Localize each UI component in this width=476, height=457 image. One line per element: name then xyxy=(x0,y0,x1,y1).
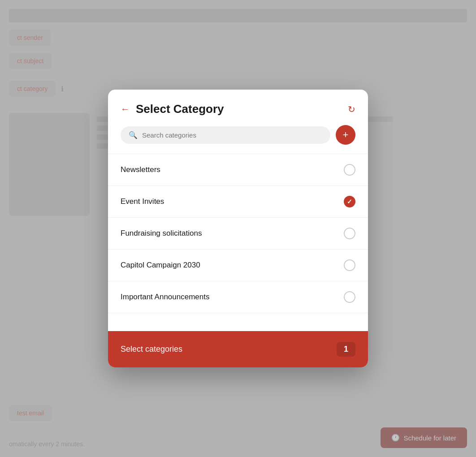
selected-count-badge: 1 xyxy=(337,342,355,357)
select-category-modal: ← Select Category ↻ 🔍 + NewslettersEvent… xyxy=(108,90,368,367)
category-name: Capitol Campaign 2030 xyxy=(121,261,200,270)
search-input-wrapper: 🔍 xyxy=(121,126,330,144)
radio-unchecked-icon xyxy=(344,164,355,176)
modal-overlay: ← Select Category ↻ 🔍 + NewslettersEvent… xyxy=(0,0,476,457)
refresh-button[interactable]: ↻ xyxy=(348,104,355,115)
category-item[interactable]: Newsletters xyxy=(108,154,368,186)
category-item[interactable]: Capitol Campaign 2030 xyxy=(108,250,368,281)
add-category-button[interactable]: + xyxy=(336,125,355,145)
refresh-icon: ↻ xyxy=(348,104,355,115)
radio-unchecked-icon xyxy=(344,259,355,271)
select-categories-label: Select categories xyxy=(121,345,182,354)
category-list: NewslettersEvent InvitesFundraising soli… xyxy=(108,154,368,331)
search-input[interactable] xyxy=(142,131,322,139)
radio-unchecked-icon xyxy=(344,291,355,303)
category-name: Event Invites xyxy=(121,197,164,206)
select-categories-button[interactable]: Select categories 1 xyxy=(108,331,368,367)
modal-title: Select Category xyxy=(136,102,224,116)
category-name: Newsletters xyxy=(121,165,160,174)
search-container: 🔍 + xyxy=(108,125,368,154)
category-item[interactable]: Fundraising solicitations xyxy=(108,218,368,250)
modal-header: ← Select Category ↻ xyxy=(108,90,368,125)
back-arrow-icon: ← xyxy=(121,104,130,114)
radio-unchecked-icon xyxy=(344,228,355,239)
radio-checked-icon xyxy=(344,196,355,207)
modal-header-left: ← Select Category xyxy=(121,102,224,116)
category-name: Fundraising solicitations xyxy=(121,229,202,238)
modal-footer: Select categories 1 xyxy=(108,331,368,367)
search-icon: 🔍 xyxy=(129,131,138,139)
category-item[interactable]: Event Invites xyxy=(108,186,368,218)
category-name: Important Announcements xyxy=(121,293,209,302)
category-item[interactable]: Important Announcements xyxy=(108,281,368,313)
plus-icon: + xyxy=(343,129,349,141)
back-button[interactable]: ← xyxy=(121,104,130,114)
